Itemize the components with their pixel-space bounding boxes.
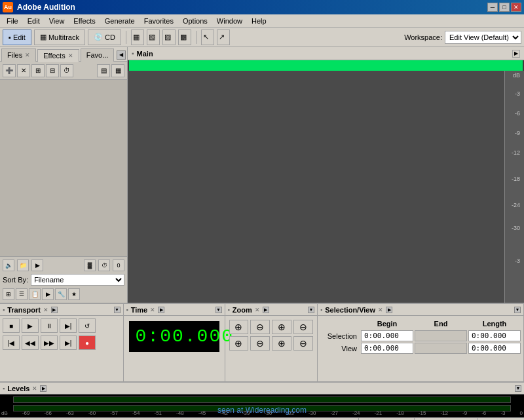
transport-expand[interactable]: ▶	[51, 307, 58, 313]
tab-effects-close[interactable]: ✕	[68, 52, 73, 59]
time-close[interactable]: ✕	[150, 307, 155, 313]
tab-files-close[interactable]: ✕	[25, 52, 30, 58]
tool-btn-2[interactable]: ▧	[147, 29, 160, 45]
transport-menu[interactable]: ▼	[114, 307, 121, 313]
sel-expand[interactable]: ▶	[386, 307, 392, 313]
zoom-in-full[interactable]: ⊕	[272, 320, 291, 334]
sel-selection-begin[interactable]	[361, 330, 413, 341]
zoom-out-h[interactable]: ⊖	[250, 320, 270, 334]
number-icon[interactable]: 0	[113, 259, 124, 271]
time-tool[interactable]: ↗	[217, 29, 230, 45]
sel-selection-length[interactable]	[468, 330, 521, 341]
view-btn-3[interactable]: 📋	[29, 288, 41, 300]
waveform-canvas[interactable]	[128, 71, 504, 303]
view-btn-1[interactable]: ⊞	[3, 288, 14, 300]
menu-options[interactable]: Options	[179, 16, 212, 26]
tab-effects[interactable]: Effects ✕	[37, 49, 79, 62]
title-bar-controls[interactable]: ─ □ ✕	[487, 3, 521, 12]
levels-expand[interactable]: ▶	[40, 385, 47, 392]
tool-btn-3[interactable]: ▨	[162, 29, 176, 45]
speaker-icon[interactable]: 🔈	[3, 259, 14, 271]
edit-label: Edit	[13, 33, 26, 41]
effect-ungroup-button[interactable]: ⊟	[46, 64, 59, 77]
cd-mode-button[interactable]: 💿 CD	[88, 29, 121, 45]
maximize-button[interactable]: □	[499, 3, 510, 12]
waveform-menu-button[interactable]: ▶	[512, 50, 520, 58]
tab-favorites[interactable]: Favo...	[81, 48, 115, 62]
zoom-right[interactable]: ⊖	[293, 336, 313, 351]
tool-btn-4[interactable]: ▩	[178, 29, 191, 45]
db-scale--69: -69	[22, 410, 30, 416]
sel-close[interactable]: ✕	[378, 307, 383, 313]
view-btn-5[interactable]: 🔧	[55, 288, 67, 300]
zoom-close[interactable]: ✕	[255, 307, 260, 313]
sortby-select[interactable]: Filename	[31, 274, 124, 286]
effects-list	[0, 80, 127, 256]
record-button[interactable]: ●	[79, 335, 96, 350]
zoom-left[interactable]: ⊕	[272, 336, 291, 351]
effect-timing-button[interactable]: ⏱	[60, 64, 73, 77]
zoom-panel: ▪ Zoom ✕ ▶ ▼ ⊕ ⊖ ⊕ ⊖ ⊕ ⊖ ⊕ ⊖	[225, 304, 318, 381]
stop-button[interactable]: ■	[3, 318, 20, 333]
fast-forward-button[interactable]: ▶▶	[41, 335, 58, 350]
loop-button[interactable]: ↺	[79, 318, 96, 333]
levels-menu[interactable]: ▼	[515, 385, 521, 392]
play-to-end-button[interactable]: ▶|	[60, 318, 77, 333]
menu-help[interactable]: Help	[248, 16, 271, 26]
menu-edit[interactable]: Edit	[24, 16, 44, 26]
minimize-button[interactable]: ─	[487, 3, 498, 12]
play-button[interactable]: ▶	[22, 318, 39, 333]
transport-close[interactable]: ✕	[43, 307, 48, 313]
effect-group-button[interactable]: ⊞	[31, 64, 45, 77]
menu-generate[interactable]: Generate	[101, 16, 139, 26]
time-expand[interactable]: ▶	[158, 307, 164, 313]
effect-add-button[interactable]: ➕	[3, 64, 16, 77]
waveform-title: Main	[137, 50, 153, 58]
level-icon[interactable]: ▓	[84, 259, 96, 271]
progress-bar-area[interactable]	[128, 60, 524, 71]
tab-files[interactable]: Files ✕	[1, 48, 36, 62]
menu-window[interactable]: Window	[213, 16, 246, 26]
workspace-select[interactable]: Edit View (Default)	[445, 31, 521, 44]
cursor-tool[interactable]: ↖	[201, 29, 214, 45]
rewind-button[interactable]: ◀◀	[22, 335, 39, 350]
zoom-out-full[interactable]: ⊖	[293, 320, 313, 334]
zoom-in-h[interactable]: ⊕	[229, 320, 249, 334]
menu-favorites[interactable]: Favorites	[140, 16, 178, 26]
sel-view-begin[interactable]	[361, 343, 413, 354]
transport-controls: ■ ▶ ⏸ ▶| ↺ |◀ ◀◀ ▶▶ ▶| ●	[0, 316, 123, 353]
menu-file[interactable]: File	[3, 16, 22, 26]
zoom-menu[interactable]: ▼	[308, 307, 314, 313]
workspace-area: Workspace: Edit View (Default)	[404, 31, 521, 44]
sel-menu[interactable]: ▼	[514, 307, 521, 313]
zoom-in-v[interactable]: ⊕	[229, 336, 249, 351]
time-menu[interactable]: ▼	[215, 307, 222, 313]
menu-effects[interactable]: Effects	[69, 16, 99, 26]
play-icon[interactable]: ▶	[31, 259, 43, 271]
folder-icon[interactable]: 📁	[17, 259, 29, 271]
effect-view2-button[interactable]: ▦	[111, 64, 124, 77]
effect-view1-button[interactable]: ▤	[97, 64, 110, 77]
zoom-expand[interactable]: ▶	[263, 307, 269, 313]
close-button[interactable]: ✕	[511, 3, 521, 12]
skip-end-button[interactable]: ▶|	[60, 335, 77, 350]
skip-start-button[interactable]: |◀	[3, 335, 20, 350]
effect-remove-button[interactable]: ✕	[17, 64, 30, 77]
view-btn-6[interactable]: ★	[68, 288, 80, 300]
zoom-out-v[interactable]: ⊖	[250, 336, 270, 351]
left-panel-menu[interactable]: ◀	[117, 50, 126, 60]
tool-btn-1[interactable]: ▦	[131, 29, 144, 45]
pause-button[interactable]: ⏸	[41, 318, 58, 333]
sel-header-end: End	[415, 318, 467, 329]
view-btn-2[interactable]: ☰	[16, 288, 28, 300]
sel-view-length[interactable]	[468, 343, 521, 354]
edit-mode-button[interactable]: ▪ Edit	[3, 29, 31, 45]
menu-view[interactable]: View	[45, 16, 69, 26]
toolbar: ▪ Edit ▦ Multitrack 💿 CD ▦ ▧ ▨ ▩ ↖ ↗ Wor…	[0, 28, 524, 47]
levels-close[interactable]: ✕	[32, 385, 37, 392]
waveform-panel-header: ▪ Main ▶	[128, 47, 524, 60]
clock-icon[interactable]: ⏱	[98, 259, 110, 271]
title-bar-left: Au Adobe Audition	[3, 2, 75, 12]
multitrack-mode-button[interactable]: ▦ Multitrack	[34, 29, 85, 45]
view-btn-4[interactable]: ▶	[42, 288, 54, 300]
